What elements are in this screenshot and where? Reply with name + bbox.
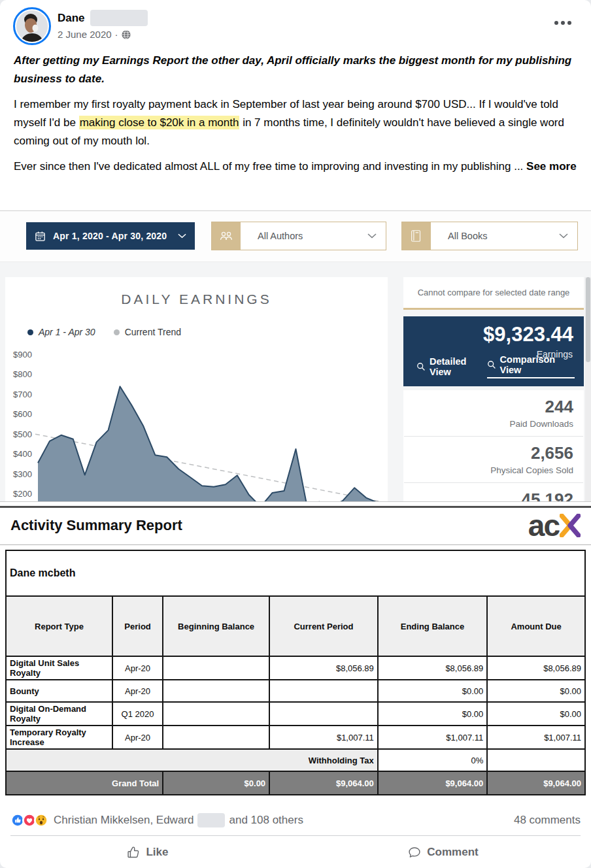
cell-current [269, 702, 378, 726]
cell-type: Bounty [6, 680, 112, 702]
reaction-icons[interactable] [10, 813, 48, 827]
compare-notice: Cannot compare for selected date range [403, 277, 584, 310]
grand-total-ending: $9,064.00 [378, 771, 487, 795]
authors-group-icon [212, 222, 241, 250]
cell-type: Digital Unit Sales Royalty [6, 656, 112, 680]
dashboard-filter-bar: Apr 1, 2020 - Apr 30, 2020 All Authors [0, 211, 591, 262]
acx-logo-x-icon [560, 514, 581, 537]
post-footer: Christian Mikkelsen, Edward and 108 othe… [0, 805, 591, 868]
cell-current: $1,007.11 [269, 726, 378, 749]
grand-total-current: $9,064.00 [269, 771, 378, 795]
withholding-tax-row: Withholding Tax 0% [6, 749, 585, 771]
cell-current [269, 680, 378, 702]
redacted-name [197, 813, 225, 827]
cell-period: Apr-20 [112, 680, 163, 702]
cell-beginning [163, 680, 269, 702]
dashboard-scrollbar[interactable] [585, 277, 591, 502]
comment-button[interactable]: Comment [296, 836, 591, 868]
wow-reaction-icon[interactable] [34, 813, 48, 827]
dot-separator: · [115, 29, 118, 40]
post-paragraph-2: I remember my first royalty payment back… [14, 95, 577, 150]
col-report-type: Report Type [6, 596, 112, 656]
earnings-area [38, 386, 378, 502]
privacy-globe-icon [122, 30, 131, 39]
date-range-value: Apr 1, 2020 - Apr 30, 2020 [53, 231, 171, 241]
stat-value: 244 [403, 397, 573, 417]
post-menu-ellipsis-icon[interactable] [552, 18, 574, 27]
avatar[interactable] [13, 7, 51, 45]
earnings-summary-card: $9,323.44 Earnings Detailed View Compari… [403, 316, 584, 386]
cell-period: Apr-20 [112, 656, 163, 680]
cell-period: Apr-20 [112, 726, 163, 749]
grand-total-beginning: $0.00 [163, 771, 269, 795]
authors-filter[interactable]: All Authors [211, 222, 386, 250]
stat-label: Paid Downloads [403, 419, 573, 429]
cell-ending: $8,056.89 [378, 656, 487, 680]
col-beginning-balance: Beginning Balance [163, 596, 269, 656]
legend-dot-gray [114, 329, 120, 335]
like-button[interactable]: Like [0, 836, 296, 868]
grand-total-due: $9,064.00 [487, 771, 585, 795]
chevron-down-icon [367, 233, 377, 239]
cell-type: Temporary Royalty Increase [6, 726, 112, 749]
chevron-down-icon [178, 233, 186, 239]
daily-earnings-chart-card: DAILY EARNINGS Apr 1 - Apr 30 Current Tr… [5, 277, 388, 502]
thumbs-up-icon [127, 846, 140, 859]
grand-total-label: Grand Total [6, 771, 163, 795]
book-icon [402, 222, 431, 250]
earnings-value: $9,323.44 [483, 323, 573, 346]
scrollbar-thumb[interactable] [586, 277, 590, 362]
empty-cell [487, 749, 585, 771]
cell-beginning [163, 656, 269, 680]
detailed-view-link[interactable]: Detailed View [416, 354, 487, 378]
cell-type: Digital On-Demand Royalty [6, 702, 112, 726]
acx-logo-text: ac [528, 508, 559, 543]
col-ending-balance: Ending Balance [378, 596, 487, 656]
authors-filter-value: All Authors [258, 231, 367, 241]
table-header-row: Report Type Period Beginning Balance Cur… [6, 596, 585, 656]
calendar-icon [35, 231, 46, 242]
chevron-down-icon [559, 233, 568, 239]
books-filter[interactable]: All Books [401, 222, 578, 250]
dashboard-side-panel: Cannot compare for selected date range $… [403, 277, 591, 502]
withholding-label: Withholding Tax [6, 749, 378, 771]
royalty-row: Digital Unit Sales RoyaltyApr-20$8,056.8… [6, 656, 585, 680]
royalty-row: BountyApr-20$0.00$0.00 [6, 680, 585, 702]
author-name[interactable]: Dane [58, 12, 85, 25]
cell-current: $8,056.89 [269, 656, 378, 680]
acx-logo: ac [528, 508, 581, 543]
post-date[interactable]: 2 June 2020 [58, 29, 112, 40]
chart-title: DAILY EARNINGS [5, 292, 388, 307]
books-filter-value: All Books [448, 231, 559, 241]
reactors-summary[interactable]: Christian Mikkelsen, Edward and 108 othe… [54, 813, 514, 827]
highlighted-text: making close to $20k in a month [79, 116, 240, 129]
comments-count[interactable]: 48 comments [514, 814, 581, 827]
cell-beginning [163, 726, 269, 749]
account-name: Dane mcbeth [6, 550, 585, 596]
report-title: Activity Summary Report [10, 517, 182, 534]
stats-card: 244Paid Downloads2,656Physical Copies So… [403, 390, 584, 502]
stat-block: 2,656Physical Copies Sold [403, 437, 584, 482]
avatar-photo [16, 10, 48, 42]
comparison-view-link[interactable]: Comparison View [487, 354, 575, 378]
grand-total-row: Grand Total $0.00 $9,064.00 $9,064.00 $9… [6, 771, 585, 795]
post-paragraph-1: After getting my Earnings Report the oth… [14, 52, 577, 88]
cell-due: $1,007.11 [487, 726, 585, 749]
see-more-link[interactable]: See more [526, 160, 577, 173]
earnings-dashboard-screenshot: Apr 1, 2020 - Apr 30, 2020 All Authors [0, 210, 591, 502]
report-divider [0, 544, 591, 545]
cell-period: Q1 2020 [112, 702, 163, 726]
stat-label: Physical Copies Sold [403, 465, 573, 475]
post-header: Dane 2 June 2020 · [0, 0, 591, 51]
cell-due: $0.00 [487, 702, 585, 726]
cell-ending: $0.00 [378, 680, 487, 702]
cell-due: $8,056.89 [487, 656, 585, 680]
post-text: After getting my Earnings Report the oth… [0, 52, 591, 183]
date-range-picker[interactable]: Apr 1, 2020 - Apr 30, 2020 [26, 222, 195, 250]
royalty-summary-table: Dane mcbeth Report Type Period Beginning… [5, 550, 586, 795]
post-paragraph-3: Ever since then I've dedicated almost AL… [14, 158, 577, 176]
stat-block: 45,192 [403, 483, 584, 502]
magnifier-icon [487, 360, 496, 369]
stat-value: 2,656 [403, 443, 573, 463]
facebook-post-card: Dane 2 June 2020 · After getting my Earn… [0, 0, 591, 868]
